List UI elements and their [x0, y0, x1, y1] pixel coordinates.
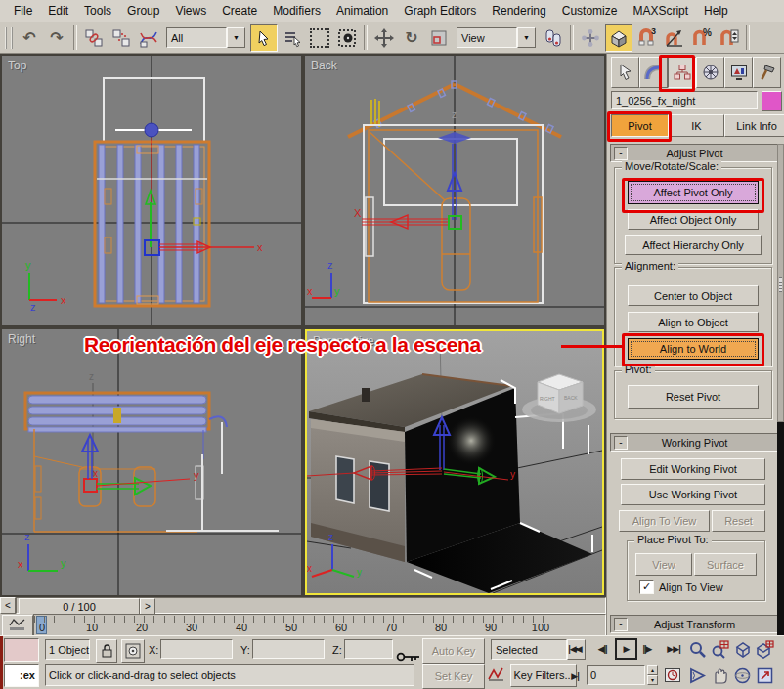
time-slider-track[interactable]: 0 / 100 > — [16, 597, 606, 614]
tab-hierarchy-icon[interactable] — [668, 57, 696, 88]
zoom-extents-all-icon[interactable] — [755, 638, 774, 660]
redo-icon[interactable]: ↷ — [44, 25, 69, 51]
reference-coordinate-dropdown[interactable]: View ▼ — [457, 27, 536, 48]
menu-item-animation[interactable]: Animation — [328, 1, 396, 21]
menu-item-group[interactable]: Group — [119, 1, 167, 21]
menu-item-views[interactable]: Views — [167, 1, 214, 21]
x-coordinate-field[interactable] — [160, 639, 233, 659]
menu-item-create[interactable]: Create — [214, 1, 265, 21]
time-slider-handle[interactable]: 0 / 100 — [19, 598, 140, 615]
edit-working-pivot-button[interactable]: Edit Working Pivot — [621, 458, 765, 480]
transform-gizmo[interactable]: x y — [82, 435, 199, 495]
selection-filter-value[interactable]: All — [166, 27, 227, 48]
angle-snap-icon[interactable] — [662, 25, 687, 51]
chevron-down-icon[interactable]: ▼ — [517, 27, 536, 48]
new-key-curve-icon[interactable] — [487, 664, 506, 685]
undo-icon[interactable]: ↶ — [17, 25, 42, 51]
viewport-perspective[interactable]: y RIGHT BACK z x y — [305, 329, 604, 595]
object-color-swatch[interactable] — [762, 91, 782, 111]
reference-coordinate-value[interactable]: View — [457, 27, 517, 48]
align-to-world-button[interactable]: Align to World — [628, 338, 759, 360]
snap-3d-icon[interactable]: 3 — [634, 25, 660, 51]
top-viewport-canvas[interactable]: x y x z — [2, 56, 301, 325]
auto-key-button[interactable]: Auto Key — [422, 638, 485, 664]
viewport-label-top[interactable]: Top — [8, 59, 26, 72]
bind-spacewarp-icon[interactable] — [136, 25, 161, 51]
menu-item-tools[interactable]: Tools — [76, 1, 119, 21]
field-of-view-icon[interactable] — [687, 665, 707, 686]
absolute-offset-toggle-icon[interactable] — [121, 639, 145, 663]
viewport-back[interactable]: z X z x y — [305, 56, 604, 325]
rollout-adjust-transform[interactable]: - Adjust Transform — [610, 615, 779, 633]
z-coordinate-field[interactable] — [344, 639, 393, 659]
use-pivot-center-icon[interactable] — [541, 25, 566, 51]
affect-hierarchy-only-button[interactable]: Affect Hierarchy Only — [625, 235, 762, 255]
use-working-pivot-button[interactable]: Use Working Pivot — [621, 484, 765, 505]
goto-start-icon[interactable]: |◀◀ — [565, 638, 585, 660]
tab-motion-icon[interactable] — [696, 57, 724, 88]
back-viewport-canvas[interactable]: z X z x y — [305, 56, 604, 325]
align-to-object-button[interactable]: Align to Object — [628, 312, 759, 332]
tab-display-icon[interactable] — [724, 57, 753, 88]
select-move-icon[interactable] — [371, 25, 397, 51]
menu-item-graph-editors[interactable]: Graph Editors — [396, 1, 484, 21]
menu-item-maxscript[interactable]: MAXScript — [625, 1, 696, 21]
tab-modify-icon[interactable] — [639, 57, 668, 88]
right-viewport-canvas[interactable]: z — [2, 329, 301, 595]
selection-filter-dropdown[interactable]: All ▼ — [166, 27, 245, 48]
menu-item-help[interactable]: Help — [696, 1, 736, 21]
scrollbar-thumb[interactable] — [777, 144, 784, 422]
snaps-toggle-icon[interactable] — [605, 24, 632, 52]
reset-pivot-button[interactable]: Reset Pivot — [628, 385, 759, 409]
collapse-icon[interactable]: - — [614, 147, 628, 160]
time-selection-value[interactable]: Selected — [491, 639, 567, 660]
select-rotate-icon[interactable]: ↻ — [399, 25, 424, 51]
zoom-extents-icon[interactable] — [732, 638, 752, 660]
spinner-snap-icon[interactable] — [717, 25, 742, 51]
zoom-icon[interactable] — [687, 638, 707, 660]
panel-scrollbar[interactable] — [777, 144, 784, 635]
tab-utilities-icon[interactable] — [753, 57, 781, 88]
select-manipulate-icon[interactable] — [578, 25, 603, 51]
menu-item-edit[interactable]: Edit — [40, 1, 76, 21]
next-frame-icon[interactable]: ||▶ — [637, 638, 657, 660]
affect-pivot-only-button[interactable]: Affect Pivot Only — [628, 181, 759, 204]
current-frame-field[interactable]: 0 — [587, 665, 645, 685]
rectangular-selection-icon[interactable] — [307, 25, 332, 51]
pan-hand-icon[interactable] — [710, 665, 729, 686]
viewport-label-right[interactable]: Right — [8, 332, 35, 346]
maxscript-mini-listener-pink[interactable] — [4, 638, 39, 662]
menu-item-customize[interactable]: Customize — [554, 1, 626, 21]
time-configuration-icon[interactable] — [663, 665, 682, 686]
subtab-pivot[interactable]: Pivot — [611, 114, 669, 137]
time-slider-next-button[interactable]: > — [140, 598, 155, 615]
center-to-object-button[interactable]: Center to Object — [628, 285, 759, 306]
goto-end-icon[interactable]: ▶▶| — [663, 638, 684, 660]
viewport-label-back[interactable]: Back — [311, 59, 337, 72]
reset-working-pivot-button[interactable]: Reset — [712, 510, 765, 532]
timeline-ruler[interactable]: 0 10 20 30 40 50 60 70 80 90 100 — [33, 614, 606, 637]
affect-object-only-button[interactable]: Affect Object Only — [628, 209, 759, 230]
place-surface-button[interactable]: Surface — [694, 553, 757, 576]
maximize-viewport-toggle-icon[interactable] — [755, 665, 774, 686]
perspective-viewport-canvas[interactable]: y RIGHT BACK z x y — [307, 331, 602, 593]
key-mode-toggle-icon[interactable]: ▶| — [565, 666, 585, 687]
set-key-button[interactable]: Set Key — [422, 664, 485, 689]
spinner-up-icon[interactable]: ▴ — [647, 665, 658, 675]
percent-snap-icon[interactable]: % — [689, 25, 715, 51]
selection-lock-icon[interactable] — [96, 639, 117, 663]
menu-item-rendering[interactable]: Rendering — [484, 1, 553, 21]
subtab-link-info[interactable]: Link Info — [724, 114, 784, 137]
rollout-working-pivot[interactable]: - Working Pivot — [610, 433, 779, 452]
collapse-icon[interactable]: - — [614, 436, 628, 450]
menu-item-file[interactable]: File — [6, 1, 40, 21]
y-coordinate-field[interactable] — [252, 639, 325, 659]
checkbox-checked-icon[interactable]: ✓ — [639, 580, 654, 594]
select-by-name-icon[interactable] — [280, 25, 305, 51]
viewport-top[interactable]: x y x z Top — [2, 56, 301, 325]
mini-curve-editor-icon[interactable] — [2, 615, 33, 636]
link-icon[interactable] — [81, 25, 107, 51]
align-to-view-button[interactable]: Align To View — [619, 510, 710, 532]
frame-spinner[interactable]: ▴ ▾ — [647, 665, 658, 685]
subtab-ik[interactable]: IK — [669, 114, 724, 137]
